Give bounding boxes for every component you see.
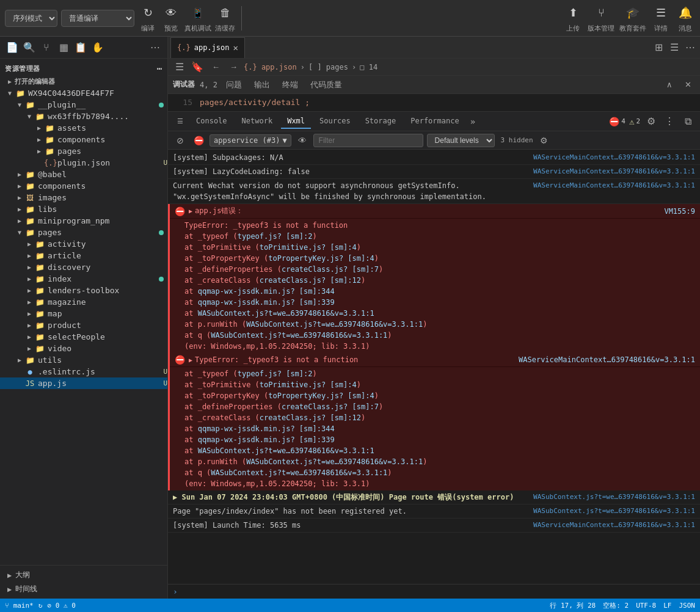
- refresh-button[interactable]: ↻: [138, 3, 158, 23]
- q-link2[interactable]: WASubContext.js?t=we…639748616&v=3.3.1:1: [211, 468, 387, 477]
- status-eol[interactable]: LF: [663, 602, 671, 610]
- console-more-icon[interactable]: ⋮: [662, 114, 677, 129]
- dtab-more[interactable]: »: [470, 117, 475, 126]
- upload-button[interactable]: ⬆: [563, 3, 583, 23]
- select-people-item[interactable]: ▶ 📁 selectPeople: [0, 331, 167, 343]
- createclass-link2[interactable]: createClass.js? [sm]:12: [260, 413, 361, 422]
- plugin-item[interactable]: ▼ 📁 __plugin__: [0, 99, 167, 111]
- console-settings-icon[interactable]: ⚙: [644, 114, 658, 129]
- miniprogram-npm-item[interactable]: ▶ 📁 miniprogram_npm: [0, 215, 167, 227]
- mode-select[interactable]: 序列模式: [5, 10, 57, 27]
- product-item[interactable]: ▶ 📁 product: [0, 319, 167, 331]
- dtab-performance[interactable]: Performance: [404, 114, 465, 129]
- createclass-link1[interactable]: createClass.js? [sm]:12: [260, 276, 361, 285]
- console-input[interactable]: [181, 588, 695, 596]
- problems-tab-btn[interactable]: 问题: [222, 78, 246, 92]
- wasubcontext-link2[interactable]: WASubContext.js?t=we…639748616&v=3.3.1:1: [198, 446, 374, 455]
- console-copy-icon[interactable]: ⧉: [680, 114, 695, 129]
- plugin-json-item[interactable]: {.} plugin.json U: [0, 157, 167, 169]
- editor-split-icon[interactable]: ⊞: [651, 40, 666, 55]
- typeof-link[interactable]: typeof.js? [sm]:2: [238, 232, 313, 241]
- components-item[interactable]: ▶ 📁 components: [0, 180, 167, 192]
- bc-menu-icon[interactable]: ☰: [173, 61, 186, 73]
- dtab-network[interactable]: Network: [236, 114, 279, 129]
- wx63-item[interactable]: ▼ 📁 wx63ffb7b7894....: [0, 111, 167, 122]
- sidebar-more-icon[interactable]: ⋯: [148, 40, 162, 55]
- console-eye-icon[interactable]: 👁: [295, 133, 310, 148]
- editor-more-icon[interactable]: ⋯: [683, 40, 698, 55]
- sidebar-git-icon[interactable]: ⑂: [39, 40, 54, 55]
- error-block-2-source[interactable]: WAServiceMainContext…639748616&v=3.3.1:1: [519, 355, 695, 364]
- runwith-link2[interactable]: WASubContext.js?t=we…639748616&v=3.3.1:1: [246, 457, 423, 466]
- wasubcontext-link1[interactable]: WASubContext.js?t=we…639748616&v=3.3.1:1: [198, 309, 374, 318]
- components-nested-item[interactable]: ▶ 📁 components: [0, 134, 167, 145]
- tab-appjson[interactable]: {.} app.json ✕: [170, 37, 245, 58]
- pages-main-item[interactable]: ▼ 📁 pages: [0, 227, 167, 238]
- toprimitive-link2[interactable]: toPrimitive.js? [sm]:4: [260, 381, 357, 389]
- open-editors-item[interactable]: ▶ 打开的编辑器: [0, 76, 167, 87]
- pages-nested-item[interactable]: ▶ 📁 pages: [0, 145, 167, 157]
- msg-pageroute-source[interactable]: WASubContext.js?t=we…639748616&v=3.3.1:1: [533, 492, 695, 503]
- status-spaces[interactable]: 空格: 2: [603, 601, 629, 610]
- eslint-item[interactable]: ● .eslintrc.js U: [0, 366, 167, 377]
- status-lang[interactable]: JSON: [679, 602, 696, 610]
- discovery-item[interactable]: ▶ 📁 discovery: [0, 261, 167, 273]
- breadcrumb-appjson[interactable]: {.} app.json: [244, 63, 297, 71]
- bc-back-icon[interactable]: ←: [208, 61, 224, 73]
- qqmap339-link1[interactable]: qqmap-wx-jssdk.min.js? [sm]:339: [198, 298, 335, 307]
- qqmap344-link1[interactable]: qqmap-wx-jssdk.min.js? [sm]:344: [198, 287, 335, 296]
- map-item[interactable]: ▶ 📁 map: [0, 308, 167, 319]
- images-item[interactable]: ▶ 🖼 images: [0, 192, 167, 203]
- lenders-toolbox-item[interactable]: ▶ 📁 lenders-toolbox: [0, 285, 167, 296]
- sidebar-files-icon[interactable]: 📄: [5, 40, 20, 55]
- git-branch[interactable]: ⑂ main*: [5, 602, 34, 610]
- console-content[interactable]: [system] Subpackages: N/A WAServiceMainC…: [168, 150, 700, 584]
- sidebar-hand-icon[interactable]: ✋: [90, 40, 105, 55]
- debug-button[interactable]: 📱: [188, 3, 208, 23]
- msg-notregistered-source[interactable]: WASubContext.js?t=we…639748616&v=3.3.1:1: [533, 506, 695, 517]
- console-block-icon[interactable]: ⊘: [173, 133, 188, 148]
- toprimitive-link1[interactable]: toPrimitive.js? [sm]:4: [260, 243, 357, 252]
- video-item[interactable]: ▶ 📁 video: [0, 343, 167, 354]
- explorer-section[interactable]: 资源管理器 ⋯: [0, 61, 167, 76]
- bc-bookmark-icon[interactable]: 🔖: [189, 61, 206, 73]
- edu-button[interactable]: 🎓: [623, 3, 643, 23]
- dtab-wxml[interactable]: Wxml: [281, 114, 311, 129]
- timeline-item[interactable]: ▶ 时间线: [5, 582, 162, 596]
- compile-select[interactable]: 普通编译: [61, 10, 134, 27]
- status-sync-icon[interactable]: ↻: [38, 602, 43, 610]
- console-settings2-icon[interactable]: ⚙: [537, 133, 552, 148]
- runwith-link1[interactable]: WASubContext.js?t=we…639748616&v=3.3.1:1: [246, 320, 423, 329]
- magazine-item[interactable]: ▶ 📁 magazine: [0, 296, 167, 308]
- terminal-tab-btn[interactable]: 终端: [279, 78, 302, 92]
- preview-button[interactable]: 👁: [161, 3, 181, 23]
- project-root-item[interactable]: ▼ 📁 WX94C04436DFE44F7F: [0, 87, 167, 99]
- explorer-more-icon[interactable]: ⋯: [157, 64, 162, 73]
- filter-input[interactable]: [313, 134, 423, 147]
- debugger-menu-icon[interactable]: ☰: [173, 114, 188, 129]
- status-errors[interactable]: ⊘ 0 ⚠ 0: [47, 602, 75, 610]
- msg-lazy-source[interactable]: WAServiceMainContext…639748616&v=3.3.1:1: [533, 166, 695, 177]
- utils-item[interactable]: ▶ 📁 utils: [0, 354, 167, 366]
- msg-subpackages-source[interactable]: WAServiceMainContext…639748616&v=3.3.1:1: [533, 152, 695, 163]
- assets-item[interactable]: ▶ 📁 assets: [0, 122, 167, 134]
- sidebar-search-icon[interactable]: 🔍: [22, 40, 37, 55]
- breadcrumb-pages[interactable]: [ ] pages: [308, 63, 348, 71]
- dtab-sources[interactable]: Sources: [313, 114, 357, 129]
- msg-wechat-source[interactable]: WAServiceMainContext…639748616&v=3.3.1:1: [533, 180, 695, 191]
- output-tab-btn[interactable]: 输出: [250, 78, 274, 92]
- error-block-1-header[interactable]: ⛔ ▶ app.js错误： VM155:9: [170, 204, 700, 219]
- dtab-storage[interactable]: Storage: [359, 114, 403, 129]
- topropertykey-link1[interactable]: toPropertyKey.js? [sm]:4: [268, 254, 374, 263]
- appjs-item[interactable]: JS app.js U: [0, 377, 167, 389]
- version-button[interactable]: ⑂: [591, 3, 611, 23]
- error-block-2-header[interactable]: ⛔ ▶ TypeError: _typeof3 is not a functio…: [170, 353, 700, 367]
- status-encoding[interactable]: UTF-8: [636, 602, 656, 610]
- defineprops-link2[interactable]: createClass.js? [sm]:7: [282, 403, 379, 411]
- message-button[interactable]: 🔔: [676, 3, 695, 23]
- qqmap339-link2[interactable]: qqmap-wx-jssdk.min.js? [sm]:339: [198, 435, 335, 444]
- error-block-1-source[interactable]: VM155:9: [664, 207, 695, 216]
- level-select[interactable]: Default levels: [427, 134, 495, 147]
- q-link1[interactable]: WASubContext.js?t=we…639748616&v=3.3.1:1: [211, 331, 387, 340]
- clear-button[interactable]: 🗑: [216, 3, 235, 23]
